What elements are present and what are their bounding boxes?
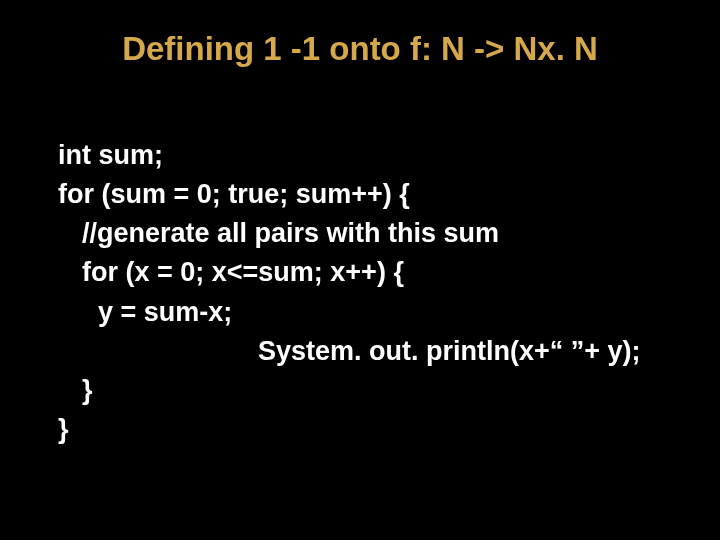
code-line-3: //generate all pairs with this sum (58, 214, 680, 253)
code-block: int sum; for (sum = 0; true; sum++) { //… (0, 88, 720, 449)
slide: Defining 1 -1 onto f: N -> Nx. N int sum… (0, 0, 720, 540)
code-line-5: y = sum-x; (58, 293, 680, 332)
code-line-2: for (sum = 0; true; sum++) { (58, 175, 680, 214)
code-line-7: } (58, 371, 680, 410)
code-line-1: int sum; (58, 136, 680, 175)
slide-title: Defining 1 -1 onto f: N -> Nx. N (0, 0, 720, 88)
code-line-4: for (x = 0; x<=sum; x++) { (58, 253, 680, 292)
code-line-6: System. out. println(x+“ ”+ y); (58, 332, 680, 371)
code-line-8: } (58, 410, 680, 449)
